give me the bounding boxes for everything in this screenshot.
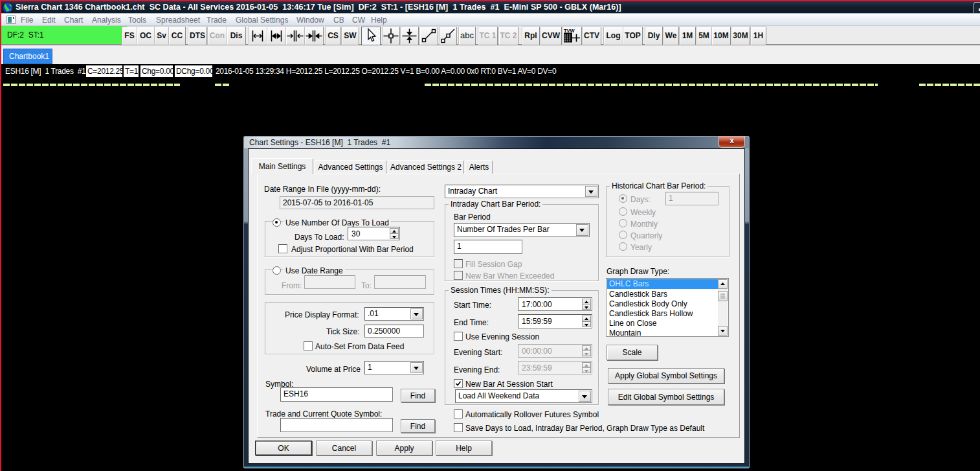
svg-text:TVW: TVW — [564, 28, 575, 34]
